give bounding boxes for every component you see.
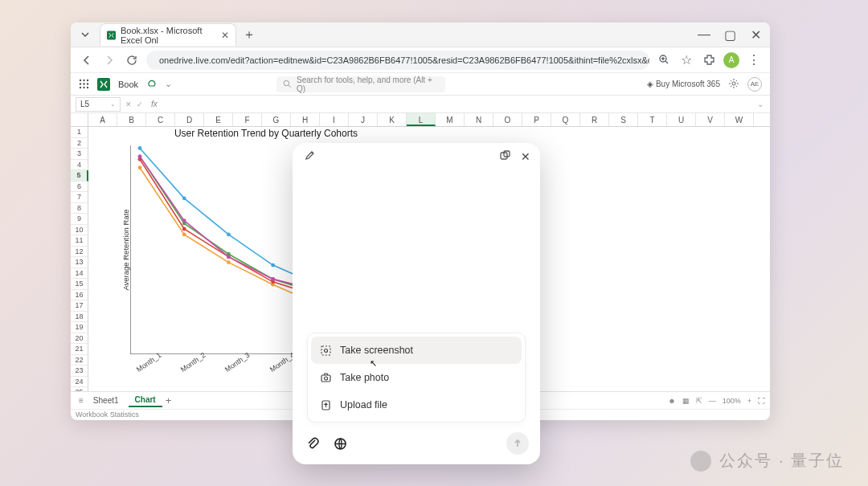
row-header[interactable]: 4 [71, 160, 88, 171]
col-header[interactable]: Q [551, 113, 580, 126]
col-header[interactable]: C [146, 113, 175, 126]
doc-title[interactable]: Book [118, 80, 138, 89]
col-header[interactable]: V [696, 113, 725, 126]
fx-label[interactable]: fx [151, 100, 158, 108]
row-header[interactable]: 20 [71, 333, 88, 345]
row-header[interactable]: 15 [71, 279, 88, 290]
new-tab-button[interactable]: ＋ [240, 25, 259, 44]
window-close-button[interactable]: ✕ [744, 26, 767, 43]
globe-icon[interactable] [331, 435, 349, 452]
browser-menu-icon[interactable]: ⋮ [746, 52, 762, 68]
zoom-in-icon[interactable]: + [747, 397, 751, 405]
bookmark-star-icon[interactable]: ☆ [678, 52, 694, 68]
profile-avatar[interactable]: A [723, 52, 739, 68]
col-header[interactable]: P [522, 113, 551, 126]
row-header[interactable]: 24 [71, 377, 88, 388]
add-sheet-button[interactable]: + [166, 394, 172, 406]
zoom-level[interactable]: 100% [723, 397, 741, 405]
formula-cancel-icon[interactable]: ✕ [125, 100, 132, 108]
row-header[interactable]: 11 [71, 235, 88, 247]
browser-tab[interactable]: Book.xlsx - Microsoft Excel Onl ✕ [100, 23, 236, 46]
col-header[interactable]: H [291, 113, 320, 126]
row-header[interactable]: 9 [71, 214, 88, 225]
row-header[interactable]: 16 [71, 290, 88, 301]
tab-selector[interactable] [76, 27, 95, 43]
col-header[interactable]: S [609, 113, 638, 126]
row-header[interactable]: 5 [71, 170, 88, 182]
all-sheets-icon[interactable]: ≡ [79, 396, 84, 405]
col-header[interactable]: K [378, 113, 407, 126]
column-headers[interactable]: ABCDEFGHIJKLMNOPQRSTUVW [71, 113, 770, 127]
col-header[interactable]: G [262, 113, 291, 126]
col-header[interactable]: M [436, 113, 465, 126]
col-header[interactable]: I [320, 113, 349, 126]
row-header[interactable]: 10 [71, 225, 88, 236]
zoom-icon[interactable] [656, 52, 672, 68]
row-header[interactable]: 14 [71, 268, 88, 280]
attach-icon[interactable] [304, 435, 321, 452]
row-header[interactable]: 23 [71, 366, 88, 377]
row-header[interactable]: 17 [71, 300, 88, 312]
col-header[interactable]: J [349, 113, 378, 126]
row-header[interactable]: 19 [71, 322, 88, 333]
url-bar[interactable]: onedrive.live.com/edit?action=editnew&id… [146, 51, 649, 70]
formula-expand-icon[interactable]: ⌄ [757, 100, 764, 108]
nav-forward-button[interactable] [101, 52, 117, 68]
row-header[interactable]: 2 [71, 138, 88, 149]
row-header[interactable]: 1 [71, 127, 88, 138]
search-box[interactable]: Search for tools, help, and more (Alt + … [276, 76, 445, 92]
row-header[interactable]: 21 [71, 344, 88, 355]
row-header[interactable]: 8 [71, 203, 88, 214]
col-header[interactable]: O [493, 113, 522, 126]
row-header[interactable]: 6 [71, 182, 88, 193]
col-header[interactable]: N [465, 113, 493, 126]
col-header[interactable]: E [204, 113, 233, 126]
col-header[interactable]: B [117, 113, 146, 126]
col-header[interactable]: U [667, 113, 696, 126]
name-box[interactable]: L5⌄ [76, 97, 121, 112]
tab-close-icon[interactable]: ✕ [221, 30, 229, 41]
row-header[interactable]: 18 [71, 312, 88, 323]
row-header[interactable]: 3 [71, 149, 88, 160]
sheet-tab-chart[interactable]: Chart [129, 394, 162, 407]
col-header[interactable]: L [407, 113, 436, 126]
col-header[interactable]: W [725, 113, 754, 126]
account-avatar[interactable]: AE [747, 77, 762, 92]
row-headers[interactable]: 1234567891011121314151617181920212223242… [71, 127, 88, 391]
col-header[interactable]: F [233, 113, 262, 126]
fullscreen-icon[interactable]: ⛶ [758, 397, 765, 405]
window-maximize-button[interactable]: ▢ [719, 26, 741, 43]
menu-item-take-photo[interactable]: Take photo [311, 364, 522, 391]
col-header[interactable]: D [175, 113, 204, 126]
save-status-icon[interactable] [146, 78, 157, 90]
panel-edit-icon[interactable] [304, 149, 316, 165]
send-button[interactable] [506, 432, 529, 455]
row-header[interactable]: 13 [71, 257, 88, 268]
col-header[interactable]: T [638, 113, 667, 126]
svg-point-45 [182, 218, 186, 223]
menu-item-upload-file[interactable]: Upload file [311, 391, 522, 419]
nav-reload-button[interactable] [124, 52, 140, 68]
row-header[interactable]: 12 [71, 247, 88, 258]
display-settings-icon[interactable]: ▦ [682, 397, 690, 405]
svg-point-11 [87, 83, 88, 84]
buy-m365-link[interactable]: ◈Buy Microsoft 365 [647, 80, 720, 88]
panel-popout-icon[interactable] [499, 149, 511, 165]
col-header[interactable]: R [580, 113, 609, 126]
extensions-icon[interactable] [701, 52, 717, 68]
window-minimize-button[interactable]: — [693, 26, 715, 43]
formula-confirm-icon[interactable]: ✓ [137, 100, 143, 108]
settings-gear-icon[interactable] [728, 78, 739, 91]
app-launcher-icon[interactable] [79, 79, 89, 89]
nav-back-button[interactable] [79, 52, 95, 68]
ribbon-dropdown-icon[interactable]: ⌄ [165, 79, 172, 89]
col-header[interactable]: A [88, 113, 117, 126]
row-header[interactable]: 22 [71, 355, 88, 366]
row-header[interactable]: 7 [71, 192, 88, 203]
link-icon[interactable]: ⇱ [696, 397, 702, 405]
menu-item-take-screenshot[interactable]: Take screenshot [311, 337, 522, 364]
panel-close-icon[interactable]: ✕ [521, 150, 530, 163]
zoom-out-icon[interactable]: — [709, 397, 716, 405]
feedback-icon[interactable]: ☻ [668, 397, 675, 405]
sheet-tab-sheet1[interactable]: Sheet1 [87, 394, 125, 406]
